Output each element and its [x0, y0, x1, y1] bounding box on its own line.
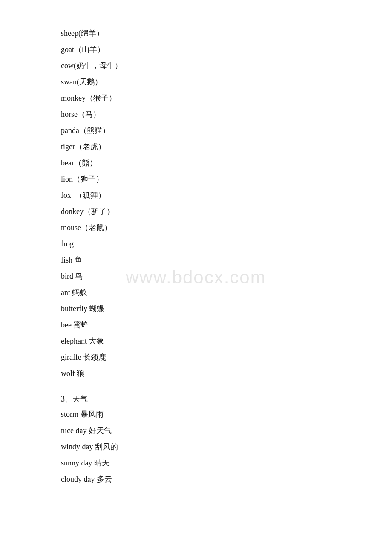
- list-item: frog: [61, 236, 331, 251]
- list-item: goat（山羊）: [61, 42, 331, 57]
- list-item: monkey（猴子）: [61, 90, 331, 106]
- list-item: windy day 刮风的: [61, 439, 331, 454]
- section-header: 3、天气: [61, 394, 331, 404]
- list-item: fox （狐狸）: [61, 188, 331, 203]
- list-item: wolf 狼: [61, 366, 331, 381]
- list-item: giraffe 长颈鹿: [61, 350, 331, 365]
- list-item: bird 鸟: [61, 269, 331, 284]
- list-item: fish 鱼: [61, 252, 331, 268]
- list-item: horse（马）: [61, 107, 331, 122]
- list-item: tiger（老虎）: [61, 139, 331, 154]
- list-item: swan(天鹅）: [61, 74, 331, 90]
- list-item: panda（熊猫）: [61, 123, 331, 138]
- list-item: bee 蜜蜂: [61, 317, 331, 332]
- list-item: lion（狮子）: [61, 171, 331, 187]
- list-item: sheep(绵羊）: [61, 26, 331, 41]
- list-item: cloudy day 多云: [61, 471, 331, 487]
- animals-list: sheep(绵羊） goat（山羊） cow(奶牛，母牛） swan(天鹅） m…: [61, 26, 331, 381]
- list-item: sunny day 晴天: [61, 455, 331, 471]
- list-item: elephant 大象: [61, 333, 331, 349]
- list-item: ant 蚂蚁: [61, 285, 331, 300]
- list-item: mouse（老鼠）: [61, 220, 331, 235]
- list-item: nice day 好天气: [61, 423, 331, 438]
- list-item: cow(奶牛，母牛）: [61, 58, 331, 73]
- weather-list: storm 暴风雨 nice day 好天气 windy day 刮风的 sun…: [61, 407, 331, 487]
- list-item: butterfly 蝴蝶: [61, 301, 331, 316]
- list-item: storm 暴风雨: [61, 407, 331, 422]
- list-item: donkey（驴子）: [61, 204, 331, 219]
- list-item: bear（熊）: [61, 155, 331, 171]
